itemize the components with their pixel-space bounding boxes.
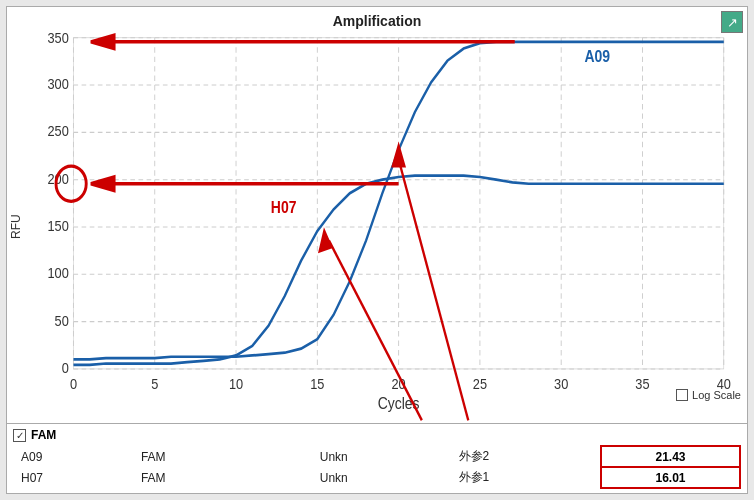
table-cell: A09 xyxy=(13,446,133,467)
svg-text:0: 0 xyxy=(70,375,77,392)
svg-text:25: 25 xyxy=(473,375,487,392)
chart-area: Amplification ↗ RFU xyxy=(6,6,748,424)
svg-text:10: 10 xyxy=(229,375,243,392)
svg-text:150: 150 xyxy=(47,217,69,234)
log-scale-checkbox[interactable] xyxy=(676,389,688,401)
log-scale-label: Log Scale xyxy=(692,389,741,401)
svg-text:A09: A09 xyxy=(584,47,610,65)
main-container: Amplification ↗ RFU xyxy=(0,0,754,500)
table-cell xyxy=(261,467,311,488)
chart-inner: RFU xyxy=(7,31,747,423)
table-cell xyxy=(261,446,311,467)
svg-text:30: 30 xyxy=(554,375,568,392)
svg-text:0: 0 xyxy=(62,359,69,376)
table-cell: FAM xyxy=(133,446,261,467)
table-cell: 外参1 xyxy=(451,467,601,488)
table-cell: H07 xyxy=(13,467,133,488)
svg-text:35: 35 xyxy=(635,375,649,392)
svg-text:300: 300 xyxy=(47,75,69,92)
chart-title: Amplification xyxy=(7,7,747,31)
table-row: A09FAMUnkn外参221.43 xyxy=(13,446,740,467)
table-cell: Unkn xyxy=(312,467,451,488)
ct-value: 16.01 xyxy=(601,467,740,488)
fam-checkbox[interactable]: ✓ xyxy=(13,429,26,442)
svg-text:H07: H07 xyxy=(271,198,297,216)
y-axis-label: RFU xyxy=(7,31,27,423)
svg-text:15: 15 xyxy=(310,375,324,392)
table-cell: Unkn xyxy=(312,446,451,467)
table-area: ✓ FAM A09FAMUnkn外参221.43H07FAMUnkn外参116.… xyxy=(6,424,748,494)
svg-text:5: 5 xyxy=(151,375,158,392)
fam-header: ✓ FAM xyxy=(13,428,741,442)
svg-text:50: 50 xyxy=(55,312,69,329)
fam-label: FAM xyxy=(31,428,56,442)
table-row: H07FAMUnkn外参116.01 xyxy=(13,467,740,488)
export-button[interactable]: ↗ xyxy=(721,11,743,33)
chart-svg: 0 50 100 150 200 250 300 350 0 5 10 xyxy=(27,31,747,423)
chart-plot: 0 50 100 150 200 250 300 350 0 5 10 xyxy=(27,31,747,423)
log-scale-area: Log Scale xyxy=(676,389,741,401)
svg-text:250: 250 xyxy=(47,122,69,139)
table-cell: 外参2 xyxy=(451,446,601,467)
svg-text:350: 350 xyxy=(47,31,69,46)
ct-value: 21.43 xyxy=(601,446,740,467)
svg-text:100: 100 xyxy=(47,264,69,281)
table-cell: FAM xyxy=(133,467,261,488)
data-table: A09FAMUnkn外参221.43H07FAMUnkn外参116.01 xyxy=(13,445,741,489)
